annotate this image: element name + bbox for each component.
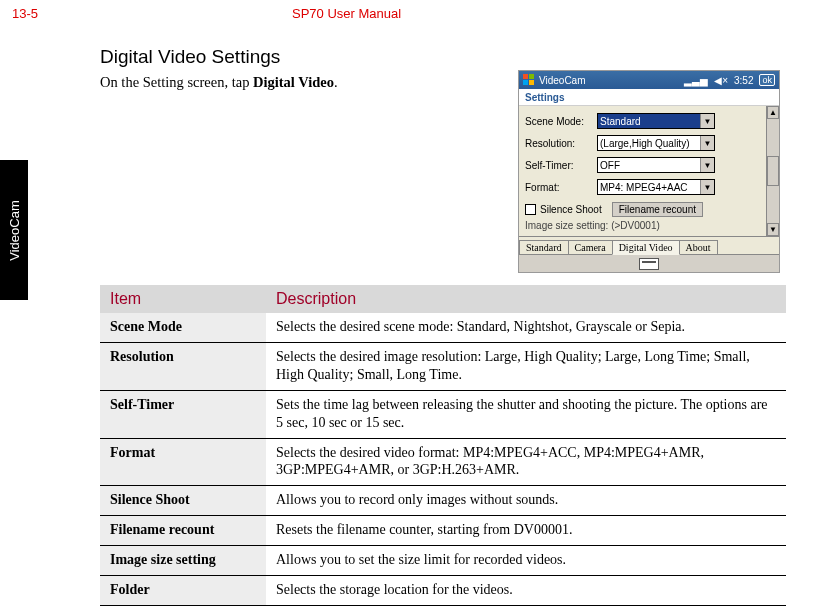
scroll-down-button[interactable]: ▼: [767, 223, 779, 236]
table-row: Resolution Selects the desired image res…: [100, 342, 786, 390]
table-cell-item: Scene Mode: [100, 313, 266, 342]
select-value: MP4: MPEG4+AAC: [600, 182, 688, 193]
image-size-value: (>DV0001): [611, 220, 660, 231]
manual-title: SP70 User Manual: [292, 6, 401, 21]
table-cell-item: Filename recount: [100, 516, 266, 546]
field-label: Self-Timer:: [525, 160, 597, 171]
table-cell-item: Format: [100, 438, 266, 486]
table-row: Folder Selects the storage location for …: [100, 576, 786, 606]
table-cell-item: Silence Shoot: [100, 486, 266, 516]
select-value: Standard: [600, 116, 641, 127]
screenshot-window-title: VideoCam: [539, 75, 586, 86]
table-header-description: Description: [266, 285, 786, 313]
filename-recount-button[interactable]: Filename recount: [612, 202, 703, 217]
field-scene-mode: Scene Mode: Standard ▼: [525, 110, 777, 132]
field-resolution: Resolution: (Large,High Quality) ▼: [525, 132, 777, 154]
select-value: OFF: [600, 160, 620, 171]
self-timer-select[interactable]: OFF ▼: [597, 157, 715, 173]
format-select[interactable]: MP4: MPEG4+AAC ▼: [597, 179, 715, 195]
chevron-down-icon[interactable]: ▼: [700, 158, 714, 172]
svg-rect-2: [523, 80, 528, 85]
table-row: Scene Mode Selects the desired scene mod…: [100, 313, 786, 342]
table-row: Format Selects the desired video format:…: [100, 438, 786, 486]
table-row: Self-Timer Sets the time lag between rel…: [100, 390, 786, 438]
table-cell-desc: Allows you to record only images without…: [266, 486, 786, 516]
screenshot-titlebar: VideoCam ▂▃▅ ◀× 3:52 ok: [519, 71, 779, 89]
table-cell-desc: Resets the filename counter, starting fr…: [266, 516, 786, 546]
intro-text-prefix: On the Setting screen, tap: [100, 74, 253, 90]
field-label: Format:: [525, 182, 597, 193]
table-cell-desc: Selects the storage location for the vid…: [266, 576, 786, 606]
clock-text: 3:52: [734, 75, 753, 86]
chapter-side-tab-label: VideoCam: [7, 200, 22, 260]
table-cell-item: Folder: [100, 576, 266, 606]
scrollbar[interactable]: ▲ ▼: [766, 106, 779, 236]
table-cell-item: Image size setting: [100, 546, 266, 576]
chevron-down-icon[interactable]: ▼: [700, 114, 714, 128]
table-row: Image size setting Allows you to set the…: [100, 546, 786, 576]
screenshot-body: Scene Mode: Standard ▼ Resolution: (Larg…: [519, 106, 779, 236]
embedded-screenshot: VideoCam ▂▃▅ ◀× 3:52 ok Settings Scene M…: [518, 70, 780, 273]
svg-rect-3: [529, 80, 534, 85]
screenshot-bottombar: [519, 254, 779, 272]
scroll-thumb[interactable]: [767, 156, 779, 186]
signal-icon: ▂▃▅: [684, 75, 708, 86]
resolution-select[interactable]: (Large,High Quality) ▼: [597, 135, 715, 151]
tab-about[interactable]: About: [679, 240, 718, 254]
field-format: Format: MP4: MPEG4+AAC ▼: [525, 176, 777, 198]
scroll-up-button[interactable]: ▲: [767, 106, 779, 119]
keyboard-icon[interactable]: [639, 258, 659, 270]
table-header-row: Item Description: [100, 285, 786, 313]
start-icon[interactable]: [523, 74, 535, 86]
chapter-side-tab: VideoCam: [0, 160, 28, 300]
table-row: Silence Shoot Allows you to record only …: [100, 486, 786, 516]
table-row: Filename recount Resets the filename cou…: [100, 516, 786, 546]
scene-mode-select[interactable]: Standard ▼: [597, 113, 715, 129]
table-cell-desc: Sets the time lag between releasing the …: [266, 390, 786, 438]
table-cell-desc: Selects the desired image resolution: La…: [266, 342, 786, 390]
tab-standard[interactable]: Standard: [519, 240, 569, 254]
intro-text-suffix: .: [334, 74, 338, 90]
settings-table: Item Description Scene Mode Selects the …: [100, 285, 786, 606]
intro-text-bold: Digital Video: [253, 74, 334, 90]
tab-camera[interactable]: Camera: [568, 240, 613, 254]
table-header-item: Item: [100, 285, 266, 313]
page-header: 13-5 SP70 User Manual: [0, 0, 816, 24]
silence-shoot-label: Silence Shoot: [540, 204, 602, 215]
field-silence-shoot: Silence Shoot Filename recount: [525, 198, 777, 220]
image-size-label: Image size setting:: [525, 220, 608, 231]
screenshot-sub-header: Settings: [519, 89, 779, 106]
ok-button[interactable]: ok: [759, 74, 775, 86]
silence-shoot-checkbox[interactable]: [525, 204, 536, 215]
table-cell-desc: Selects the desired video format: MP4:MP…: [266, 438, 786, 486]
table-cell-item: Resolution: [100, 342, 266, 390]
mute-icon: ◀×: [714, 75, 728, 86]
chevron-down-icon[interactable]: ▼: [700, 136, 714, 150]
tab-digital-video[interactable]: Digital Video: [612, 240, 680, 255]
select-value: (Large,High Quality): [600, 138, 689, 149]
svg-rect-0: [523, 74, 528, 79]
table-cell-desc: Allows you to set the size limit for rec…: [266, 546, 786, 576]
screenshot-form: Scene Mode: Standard ▼ Resolution: (Larg…: [519, 106, 779, 236]
section-title: Digital Video Settings: [100, 46, 786, 68]
svg-rect-1: [529, 74, 534, 79]
page-number: 13-5: [12, 6, 292, 21]
table-cell-item: Self-Timer: [100, 390, 266, 438]
field-self-timer: Self-Timer: OFF ▼: [525, 154, 777, 176]
chevron-down-icon[interactable]: ▼: [700, 180, 714, 194]
screenshot-tabstrip: Standard Camera Digital Video About: [519, 236, 779, 254]
table-cell-desc: Selects the desired scene mode: Standard…: [266, 313, 786, 342]
screenshot-status-area: ▂▃▅ ◀× 3:52 ok: [684, 74, 775, 86]
field-image-size: Image size setting: (>DV0001): [525, 220, 777, 236]
field-label: Resolution:: [525, 138, 597, 149]
field-label: Scene Mode:: [525, 116, 597, 127]
